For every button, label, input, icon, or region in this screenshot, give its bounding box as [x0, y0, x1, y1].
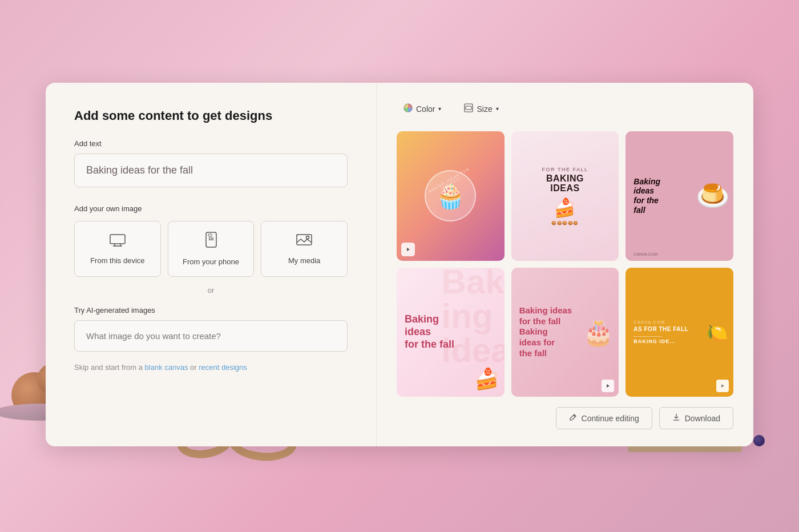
svg-rect-11	[211, 239, 212, 240]
color-filter-button[interactable]: Color ▾	[397, 100, 448, 118]
recent-designs-link[interactable]: recent designs	[199, 363, 247, 372]
download-label: Download	[685, 414, 720, 423]
color-filter-icon	[403, 103, 413, 114]
video-overlay-5	[602, 380, 614, 392]
text-section-label: Add text	[74, 139, 348, 148]
video-overlay-6	[716, 380, 729, 392]
design-card-1[interactable]: 🧁 BAKING IDEAS FOR THE FALL	[397, 131, 505, 261]
media-icon	[296, 233, 312, 251]
svg-marker-20	[721, 384, 724, 388]
from-device-label: From this device	[90, 256, 144, 265]
image-section: Add your own image From this device	[74, 204, 348, 306]
size-chevron-icon: ▾	[496, 106, 499, 112]
image-buttons: From this device	[74, 221, 348, 277]
continue-editing-label: Continue editing	[582, 414, 639, 423]
size-filter-icon	[464, 103, 473, 114]
svg-rect-6	[208, 235, 211, 236]
from-phone-button[interactable]: From your phone	[168, 221, 255, 277]
blank-canvas-link[interactable]: blank canvas	[145, 363, 188, 372]
left-panel: Add some content to get designs Add text…	[46, 83, 377, 446]
app-container: Add some content to get designs Add text…	[46, 83, 753, 446]
svg-rect-8	[211, 237, 212, 239]
skip-prefix: Skip and start from a	[74, 363, 145, 372]
ai-section-label: Try AI-generated images	[74, 306, 348, 315]
text-input[interactable]	[74, 154, 348, 187]
phone-icon	[205, 232, 217, 252]
design-card-3[interactable]: Bakingideasfor thefall 🍮 CANVA.COM	[626, 131, 733, 261]
design-card-2[interactable]: FOR THE FALL BAKINGIDEAS 🍰 🍪🍪🍪🍪🍪	[511, 131, 619, 261]
svg-rect-0	[110, 235, 125, 244]
bottom-bar: Continue editing Download	[397, 407, 733, 429]
skip-section: Skip and start from a blank canvas or re…	[74, 363, 348, 372]
panel-title: Add some content to get designs	[74, 108, 348, 123]
or-divider: or	[74, 286, 348, 295]
color-chevron-icon: ▾	[438, 106, 441, 112]
color-filter-label: Color	[416, 104, 435, 114]
ai-image-input[interactable]	[74, 320, 348, 352]
size-filter-label: Size	[477, 104, 492, 114]
filter-bar: Color ▾ Size ▾	[397, 100, 733, 118]
svg-rect-12	[212, 239, 213, 240]
device-icon	[110, 233, 126, 251]
svg-marker-19	[607, 384, 610, 388]
svg-rect-5	[208, 234, 212, 236]
svg-rect-13	[297, 235, 312, 245]
svg-rect-7	[209, 237, 210, 239]
ai-section: Try AI-generated images	[74, 306, 348, 363]
svg-rect-17	[466, 106, 471, 110]
my-media-label: My media	[288, 256, 320, 265]
edit-icon	[569, 413, 577, 423]
from-device-button[interactable]: From this device	[74, 221, 161, 277]
svg-marker-18	[407, 248, 410, 251]
decor-blueberry-5	[753, 435, 765, 446]
design-card-6[interactable]: CANVA.COM AS FOR THE FALL BAKING IDE... …	[626, 268, 733, 397]
size-filter-button[interactable]: Size ▾	[457, 100, 505, 118]
my-media-button[interactable]: My media	[261, 221, 348, 277]
text-section: Add text	[74, 139, 348, 204]
continue-editing-button[interactable]: Continue editing	[556, 407, 652, 429]
download-icon	[672, 413, 680, 423]
designs-grid: 🧁 BAKING IDEAS FOR THE FALL FOR THE FALL…	[397, 131, 733, 397]
image-section-label: Add your own image	[74, 204, 348, 213]
or-connector: or	[188, 363, 199, 372]
design-card-4[interactable]: Bakingideasfor the fall Bakingidea 🍰	[397, 268, 505, 397]
from-phone-label: From your phone	[183, 257, 239, 266]
design-card-5[interactable]: Baking ideasfor the fallBakingideas fort…	[511, 268, 619, 397]
right-panel: Color ▾ Size ▾ 🧁	[377, 83, 753, 446]
svg-point-14	[306, 236, 309, 239]
svg-rect-10	[209, 239, 210, 240]
video-overlay-1	[401, 243, 415, 256]
svg-rect-9	[212, 237, 213, 239]
download-button[interactable]: Download	[659, 407, 733, 429]
